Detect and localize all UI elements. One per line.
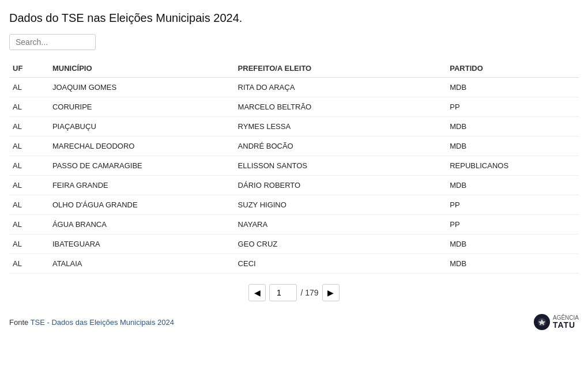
- page-title: Dados do TSE nas Eleições Municipais 202…: [9, 12, 579, 25]
- cell-municipio: MARECHAL DEODORO: [49, 137, 235, 156]
- cell-prefeito: MARCELO BELTRÃO: [235, 97, 447, 117]
- cell-partido: MDB: [446, 254, 579, 274]
- table-row: ALMARECHAL DEODOROANDRÉ BOCÃOMDB: [9, 137, 579, 156]
- cell-prefeito: DÁRIO ROBERTO: [235, 176, 447, 195]
- cell-prefeito: ELLISSON SANTOS: [235, 156, 447, 176]
- cell-municipio: ÁGUA BRANCA: [49, 215, 235, 234]
- table-row: ALOLHO D'ÁGUA GRANDESUZY HIGINOPP: [9, 195, 579, 215]
- next-page-button[interactable]: ▶: [322, 284, 340, 301]
- cell-uf: AL: [9, 195, 49, 215]
- footer: Fonte TSE - Dados das Eleições Municipai…: [9, 312, 579, 330]
- cell-prefeito: RITA DO ARAÇA: [235, 78, 447, 97]
- cell-prefeito: SUZY HIGINO: [235, 195, 447, 215]
- cell-partido: MDB: [446, 117, 579, 137]
- cell-municipio: FEIRA GRANDE: [49, 176, 235, 195]
- cell-uf: AL: [9, 137, 49, 156]
- cell-partido: PP: [446, 195, 579, 215]
- table-row: ALIBATEGUARAGEO CRUZMDB: [9, 234, 579, 254]
- cell-partido: MDB: [446, 137, 579, 156]
- cell-partido: PP: [446, 215, 579, 234]
- cell-uf: AL: [9, 78, 49, 97]
- cell-prefeito: NAYARA: [235, 215, 447, 234]
- cell-uf: AL: [9, 254, 49, 274]
- cell-prefeito: RYMES LESSA: [235, 117, 447, 137]
- pagination: ◀ / 179 ▶: [9, 284, 579, 301]
- cell-municipio: CORURIPE: [49, 97, 235, 117]
- search-input[interactable]: [9, 34, 96, 50]
- source-link[interactable]: TSE - Dados das Eleições Municipais 2024: [31, 318, 174, 327]
- agency-logo: AGÊNCIA TATU: [534, 314, 579, 330]
- table-header: UF MUNICÍPIO PREFEITO/A ELEITO PARTIDO: [9, 59, 579, 78]
- table-row: ALCORURIPEMARCELO BELTRÃOPP: [9, 97, 579, 117]
- table-body: ALJOAQUIM GOMESRITA DO ARAÇAMDBALCORURIP…: [9, 78, 579, 274]
- logo-text: AGÊNCIA TATU: [553, 315, 579, 330]
- source-label: Fonte: [9, 318, 28, 327]
- cell-municipio: JOAQUIM GOMES: [49, 78, 235, 97]
- cell-uf: AL: [9, 156, 49, 176]
- table-row: ALATALAIACECIMDB: [9, 254, 579, 274]
- logo-icon: [534, 314, 550, 330]
- col-header-municipio: MUNICÍPIO: [49, 59, 235, 78]
- cell-partido: MDB: [446, 176, 579, 195]
- col-header-prefeito: PREFEITO/A ELEITO: [235, 59, 447, 78]
- cell-municipio: ATALAIA: [49, 254, 235, 274]
- cell-municipio: PIAÇABUÇU: [49, 117, 235, 137]
- table-row: ALFEIRA GRANDEDÁRIO ROBERTOMDB: [9, 176, 579, 195]
- table-row: ALPIAÇABUÇURYMES LESSAMDB: [9, 117, 579, 137]
- cell-prefeito: CECI: [235, 254, 447, 274]
- col-header-partido: PARTIDO: [446, 59, 579, 78]
- total-pages: / 179: [300, 288, 318, 297]
- col-header-uf: UF: [9, 59, 49, 78]
- cell-municipio: OLHO D'ÁGUA GRANDE: [49, 195, 235, 215]
- cell-partido: PP: [446, 97, 579, 117]
- table-row: ALJOAQUIM GOMESRITA DO ARAÇAMDB: [9, 78, 579, 97]
- cell-uf: AL: [9, 215, 49, 234]
- data-table: UF MUNICÍPIO PREFEITO/A ELEITO PARTIDO A…: [9, 59, 579, 274]
- cell-partido: MDB: [446, 234, 579, 254]
- cell-uf: AL: [9, 117, 49, 137]
- cell-municipio: IBATEGUARA: [49, 234, 235, 254]
- footer-source: Fonte TSE - Dados das Eleições Municipai…: [9, 318, 174, 327]
- cell-prefeito: ANDRÉ BOCÃO: [235, 137, 447, 156]
- table-row: ALÁGUA BRANCANAYARAPP: [9, 215, 579, 234]
- cell-uf: AL: [9, 97, 49, 117]
- prev-page-button[interactable]: ◀: [248, 284, 266, 301]
- cell-municipio: PASSO DE CAMARAGIBE: [49, 156, 235, 176]
- table-row: ALPASSO DE CAMARAGIBEELLISSON SANTOSREPU…: [9, 156, 579, 176]
- logo-name-label: TATU: [553, 321, 579, 330]
- page-number-input[interactable]: [269, 284, 297, 301]
- cell-uf: AL: [9, 176, 49, 195]
- cell-prefeito: GEO CRUZ: [235, 234, 447, 254]
- cell-partido: MDB: [446, 78, 579, 97]
- cell-uf: AL: [9, 234, 49, 254]
- cell-partido: REPUBLICANOS: [446, 156, 579, 176]
